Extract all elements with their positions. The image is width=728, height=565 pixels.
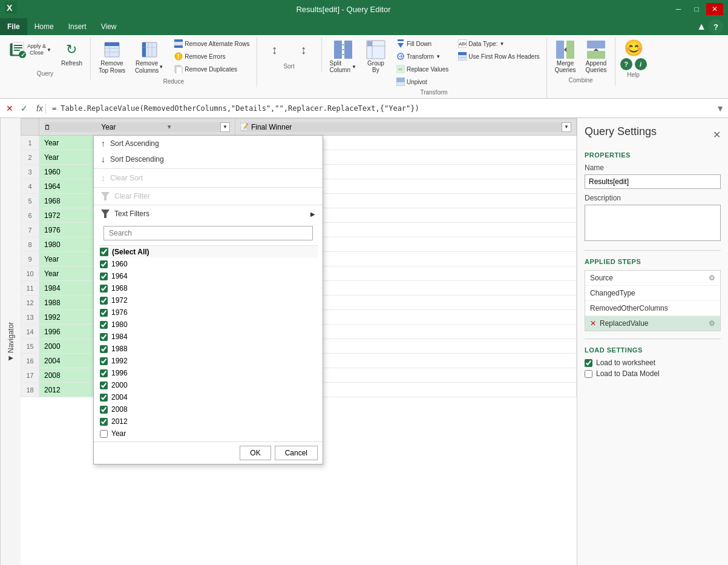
winner-header-label: Final Winner [251,123,292,131]
sort-desc-button[interactable]: ↕ [290,38,318,62]
menu-view[interactable]: View [94,18,124,35]
formula-input[interactable]: = Table.ReplaceValue(RemovedOtherColumns… [52,104,712,113]
select-all-checkbox[interactable] [100,248,108,256]
check-item-2012[interactable]: 2012 [99,415,318,428]
step-source[interactable]: Source ⚙ [585,271,720,286]
checkbox-1960[interactable] [100,260,108,268]
query-settings-panel: Query Settings ✕ PROPERTIES Name Descrip… [577,118,728,565]
checkbox-1976[interactable] [100,309,108,317]
search-input[interactable] [103,226,313,240]
year-header-label: Year [101,123,116,131]
cancel-formula-icon[interactable]: ✕ [4,102,16,114]
select-all-item[interactable]: (Select All) [99,246,318,258]
checkbox-1980[interactable] [100,321,108,329]
sort-asc-button[interactable]: ↕ [261,38,289,62]
check-item-2008[interactable]: 2008 [99,403,318,415]
check-item-1964[interactable]: 1964 [99,270,318,282]
sort-descending-item[interactable]: ↓ Sort Descending [94,151,323,167]
checkbox-2008[interactable] [100,406,108,414]
fill-down-button[interactable]: Fill Down [393,38,451,50]
confirm-formula-icon[interactable]: ✓ [18,102,30,114]
checkbox-1992[interactable] [100,357,108,365]
step-changed-type[interactable]: ChangedType [585,286,720,301]
checkbox-2004[interactable] [100,394,108,401]
checkbox-1996[interactable] [100,369,108,377]
remove-duplicates-button[interactable]: Remove Duplicates [171,63,252,75]
check-item-1996[interactable]: 1996 [99,367,318,379]
transform-button[interactable]: Transform ▼ [393,50,451,62]
load-to-worksheet-checkbox[interactable] [585,359,592,367]
close-button[interactable]: ✕ [706,3,723,15]
checkbox-year[interactable] [100,430,108,438]
sort-ascending-item[interactable]: ↑ Sort Ascending [94,136,323,151]
ok-button[interactable]: OK [240,446,271,460]
checkbox-2000[interactable] [100,382,108,389]
svg-marker-54 [101,210,110,218]
check-item-1960[interactable]: 1960 [99,258,318,270]
dropdown-sep-3 [94,205,323,205]
step-replaced-value[interactable]: ✕ ReplacedValue ⚙ [585,316,720,331]
refresh-button[interactable]: ↻ Refresh [57,38,87,69]
query-settings-close-button[interactable]: ✕ [713,129,721,140]
ribbon-collapse-icon[interactable]: ▲ [697,21,706,32]
unpivot-label: Unpivot [407,79,427,85]
check-item-1968[interactable]: 1968 [99,282,318,294]
check-item-year[interactable]: Year [99,428,318,439]
name-input[interactable] [585,174,721,189]
cancel-dropdown-button[interactable]: Cancel [275,446,318,460]
merge-queries-button[interactable]: MergeQueries [551,38,580,76]
ribbon-group-reduce: RemoveTop Rows RemoveColumns ▼ [91,38,257,87]
menu-insert[interactable]: Insert [61,18,94,35]
help-info-icon[interactable]: i [635,58,647,70]
append-queries-button[interactable]: AppendQueries [582,38,611,76]
dropdown-sep-1 [94,168,323,169]
description-textarea[interactable] [585,205,721,241]
remove-columns-button[interactable]: RemoveColumns ▼ [131,38,168,77]
checkbox-2012[interactable] [100,418,108,426]
unpivot-button[interactable]: Unpivot [393,76,451,88]
apply-close-button[interactable]: ✓ Apply &Close ▼ [4,38,56,62]
navigator-panel[interactable]: ◀ Navigator [0,118,21,565]
check-item-2004[interactable]: 2004 [99,391,318,403]
check-item-1980[interactable]: 1980 [99,319,318,331]
group-by-button[interactable]: GroupBy [362,38,390,76]
text-filters-icon [101,210,110,218]
remove-alternate-rows-button[interactable]: Remove Alternate Rows [171,38,252,50]
year-column-header[interactable]: 🗒 Year ▼ ▼ [39,119,235,136]
step-replaced-value-gear-icon[interactable]: ⚙ [709,319,715,328]
help-icon[interactable]: ? [709,19,723,34]
svg-rect-15 [142,42,146,57]
combine-buttons: MergeQueries AppendQueries [551,38,611,76]
check-item-1972[interactable]: 1972 [99,294,318,306]
step-source-gear-icon[interactable]: ⚙ [709,274,715,282]
menu-file[interactable]: File [0,18,27,35]
step-removed-other-columns[interactable]: RemovedOtherColumns [585,301,720,316]
checkbox-1988[interactable] [100,345,108,353]
year-filter-button[interactable]: ▼ [220,122,230,132]
check-item-2000[interactable]: 2000 [99,379,318,391]
replace-values-button[interactable]: ↔ Replace Values [393,63,451,75]
menu-home[interactable]: Home [27,18,61,35]
checkbox-1972[interactable] [100,297,108,305]
text-filters-item[interactable]: Text Filters ▶ [94,207,323,221]
step-removed-other-columns-label: RemovedOtherColumns [590,304,668,312]
winner-column-header[interactable]: 📝 Final Winner ▼ [235,119,576,136]
checkbox-1968[interactable] [100,285,108,292]
remove-top-rows-button[interactable]: RemoveTop Rows [94,38,130,77]
winner-filter-button[interactable]: ▼ [562,122,571,132]
help-question-icon[interactable]: ? [620,58,632,70]
split-column-button[interactable]: SplitColumn ▼ [326,38,361,76]
check-item-1988[interactable]: 1988 [99,343,318,355]
checkbox-1984[interactable] [100,333,108,341]
check-item-1992[interactable]: 1992 [99,355,318,367]
maximize-button[interactable]: □ [688,3,705,15]
load-to-data-model-checkbox[interactable] [585,370,592,378]
checkbox-1964[interactable] [100,273,108,280]
remove-errors-button[interactable]: ! Remove Errors [171,50,252,62]
minimize-button[interactable]: ─ [670,3,687,15]
check-item-1976[interactable]: 1976 [99,306,318,319]
check-item-1984[interactable]: 1984 [99,331,318,343]
data-type-button[interactable]: ABC Data Type: ▼ [455,38,542,50]
formula-expand-icon[interactable]: ▼ [716,104,724,113]
use-first-row-headers-button[interactable]: Use First Row As Headers [455,50,542,62]
